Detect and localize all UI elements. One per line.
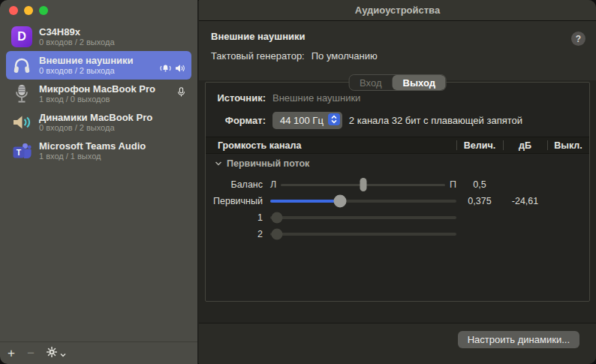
channel-1-label: 1 [206, 212, 269, 223]
balance-slider[interactable] [281, 184, 445, 186]
selected-device-title: Внешние наушники [211, 31, 584, 42]
device-row-macbook-microphone[interactable]: Микрофон MacBook Pro 1 вход / 0 выходов [6, 80, 191, 108]
device-io-summary: 0 входов / 2 выхода [39, 66, 133, 76]
tab-output[interactable]: Выход [393, 75, 446, 90]
column-value: Велич. [456, 137, 503, 153]
device-io-summary: 1 вход / 1 выход [39, 152, 146, 161]
channel-2-slider-thumb[interactable] [272, 229, 283, 240]
balance-value: 0,5 [456, 179, 503, 190]
displayport-icon: DP [11, 26, 33, 48]
source-label: Источник: [206, 92, 266, 104]
disclosure-chevron-icon [215, 158, 222, 169]
alert-sound-icon [160, 62, 171, 76]
device-io-summary: 0 входов / 2 выхода [39, 38, 115, 47]
device-name: Микрофон MacBook Pro [39, 83, 155, 95]
primary-volume-row: Первичный 0,375 -24,61 [206, 193, 589, 209]
column-mute: Выкл. [547, 137, 589, 153]
channel-2-label: 2 [206, 229, 269, 239]
balance-left-mark: Л [270, 179, 276, 190]
mic-input-icon [177, 87, 185, 100]
volume-table-header: Громкость канала Велич. дБ Выкл. [206, 137, 589, 154]
channel-2-row: 2 [206, 226, 589, 242]
channel-1-row: 1 [206, 209, 589, 226]
add-device-button[interactable]: + [8, 347, 15, 359]
device-io-summary: 0 входов / 2 выхода [39, 123, 152, 133]
device-row-teams-audio[interactable]: T Microsoft Teams Audio 1 вход / 1 выход [6, 137, 191, 165]
stepper-icon [328, 113, 340, 128]
format-label: Формат: [206, 115, 266, 126]
device-row-macbook-speakers[interactable]: Динамики MacBook Pro 0 входов / 2 выхода [6, 108, 191, 137]
headphones-icon [11, 54, 33, 77]
main-footer: Настроить динамики... [199, 323, 596, 364]
configure-speakers-button[interactable]: Настроить динамики... [458, 331, 579, 348]
primary-value: 0,375 [456, 196, 503, 206]
channel-2-slider[interactable] [270, 233, 456, 236]
gear-icon [47, 347, 57, 360]
slider-fill [270, 200, 340, 203]
remove-device-button[interactable]: − [27, 347, 35, 359]
sidebar-toolbar: + − [0, 341, 197, 364]
channel-1-slider[interactable] [270, 216, 456, 219]
primary-slider-thumb[interactable] [334, 195, 347, 208]
balance-label: Баланс [206, 179, 269, 190]
window-title: Аудиоустройства [355, 5, 440, 16]
output-settings-box: Источник: Внешние наушники Формат: 44 10… [205, 82, 590, 302]
sample-rate-value: 44 100 Гц [280, 115, 324, 126]
device-name: Динамики MacBook Pro [39, 112, 152, 123]
sample-rate-select[interactable]: 44 100 Гц [272, 112, 342, 129]
device-header: Внешние наушники Тактовый генератор:По у… [199, 21, 596, 80]
speaker-output-icon [175, 62, 185, 76]
balance-row: Баланс Л П 0,5 [206, 176, 589, 193]
column-db: дБ [503, 137, 547, 153]
channel-1-slider-thumb[interactable] [272, 212, 283, 224]
device-io-summary: 1 вход / 0 выходов [39, 95, 155, 104]
balance-slider-thumb[interactable] [360, 178, 366, 191]
device-row-external-headphones[interactable]: Внешние наушники 0 входов / 2 выхода [6, 51, 191, 80]
balance-right-mark: П [450, 179, 456, 190]
help-button[interactable]: ? [571, 32, 585, 46]
device-list: DP C34H89x 0 входов / 2 выхода Внешние н [0, 23, 197, 165]
primary-db: -24,61 [503, 196, 547, 206]
zoom-window-button[interactable] [39, 6, 48, 15]
device-actions-menu-button[interactable] [47, 347, 66, 360]
speakers-icon [11, 111, 33, 134]
section-label: Первичный поток [227, 158, 309, 169]
close-window-button[interactable] [9, 6, 18, 15]
primary-volume-slider[interactable] [270, 200, 456, 203]
microphone-icon [11, 83, 33, 105]
teams-icon: T [11, 140, 33, 162]
clock-source-label: Тактовый генератор: [211, 50, 305, 62]
source-value: Внешние наушники [272, 92, 360, 104]
device-name: C34H89x [39, 26, 115, 38]
minimize-window-button[interactable] [24, 6, 33, 15]
window-controls [9, 6, 48, 15]
device-row-c34h89x[interactable]: DP C34H89x 0 входов / 2 выхода [6, 23, 191, 51]
svg-text:T: T [17, 148, 22, 157]
title-bar: Аудиоустройства [199, 0, 596, 21]
primary-label: Первичный [206, 196, 269, 206]
tab-input[interactable]: Вход [349, 75, 392, 90]
audio-midi-setup-window: DP C34H89x 0 входов / 2 выхода Внешние н [0, 0, 596, 364]
clock-source-value: По умолчанию [312, 50, 378, 62]
io-tab-switcher: Вход Выход [348, 74, 447, 91]
column-volume: Громкость канала [206, 137, 456, 153]
device-name: Внешние наушники [39, 55, 133, 66]
format-detail: 2 канала 32 бит с плавающей запятой [349, 115, 522, 126]
primary-stream-section[interactable]: Первичный поток [206, 154, 589, 173]
device-sidebar: DP C34H89x 0 входов / 2 выхода Внешние н [0, 0, 198, 364]
device-name: Microsoft Teams Audio [39, 140, 146, 152]
main-panel: Аудиоустройства Внешние наушники Тактовы… [199, 0, 596, 364]
chevron-down-icon [60, 347, 66, 360]
